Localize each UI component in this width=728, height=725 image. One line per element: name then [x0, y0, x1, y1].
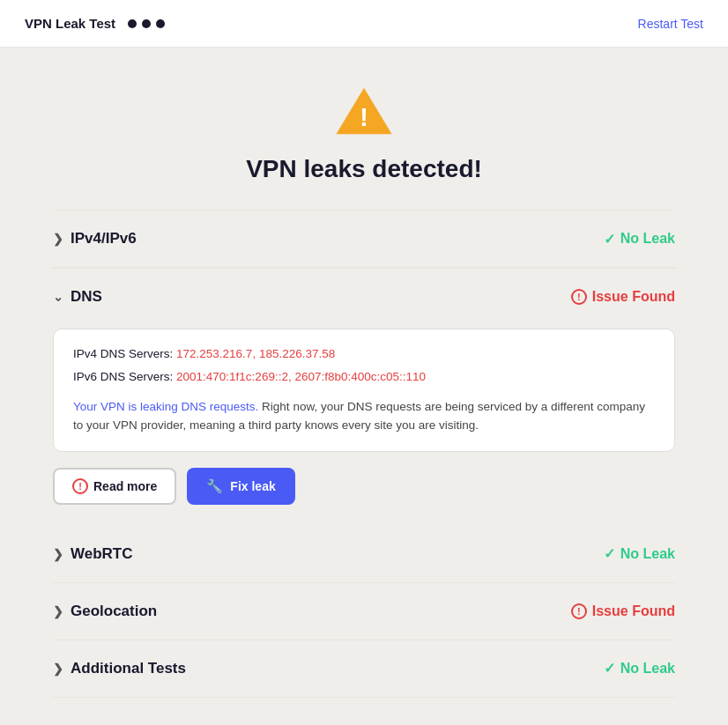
wrench-icon: 🔧: [206, 478, 223, 494]
webrtc-status: ✓ No Leak: [604, 545, 675, 562]
section-dns-wrapper: ⌄ DNS ! Issue Found IPv4 DNS Servers: 17…: [53, 268, 675, 526]
section-webrtc-label[interactable]: ❯ WebRTC: [53, 545, 133, 563]
dns-description: Your VPN is leaking DNS requests. Right …: [73, 397, 655, 435]
section-webrtc: ❯ WebRTC ✓ No Leak: [53, 526, 675, 583]
chevron-down-icon: ⌄: [53, 290, 63, 304]
section-additional-tests-label[interactable]: ❯ Additional Tests: [53, 660, 186, 677]
header: VPN Leak Test Restart Test: [0, 0, 728, 48]
section-dns: ⌄ DNS ! Issue Found: [53, 268, 675, 325]
check-icon-additional: ✓: [604, 660, 615, 677]
app-title: VPN Leak Test: [25, 16, 115, 31]
chevron-right-icon-geo: ❯: [53, 604, 63, 618]
section-geolocation: ❯ Geolocation ! Issue Found: [53, 583, 675, 640]
section-ipv4ipv6-label[interactable]: ❯ IPv4/IPv6: [53, 230, 137, 248]
warning-area: ! VPN leaks detected!: [53, 83, 675, 183]
chevron-right-icon-additional: ❯: [53, 662, 63, 676]
dns-info-box: IPv4 DNS Servers: 172.253.216.7, 185.226…: [53, 329, 675, 452]
ipv4ipv6-status: ✓ No Leak: [604, 231, 675, 248]
dns-ipv4-addrs: 172.253.216.7, 185.226.37.58: [176, 347, 335, 360]
info-icon: !: [72, 478, 88, 494]
loading-dots: [128, 19, 165, 28]
dns-expanded-content: IPv4 DNS Servers: 172.253.216.7, 185.226…: [53, 325, 675, 526]
alert-circle-geo-icon: !: [571, 603, 587, 619]
svg-text:!: !: [360, 102, 368, 131]
fix-leak-button[interactable]: 🔧 Fix leak: [187, 468, 294, 505]
check-icon-webrtc: ✓: [604, 545, 615, 562]
alert-circle-icon: !: [571, 289, 587, 305]
dns-ipv4-row: IPv4 DNS Servers: 172.253.216.7, 185.226…: [73, 345, 655, 363]
header-left: VPN Leak Test: [25, 16, 165, 31]
section-dns-label[interactable]: ⌄ DNS: [53, 288, 102, 306]
section-ipv4ipv6: ❯ IPv4/IPv6 ✓ No Leak: [53, 210, 675, 268]
geolocation-status: ! Issue Found: [571, 603, 675, 619]
warning-icon: !: [333, 83, 395, 139]
dot-3: [156, 19, 165, 28]
dns-action-buttons: ! Read more 🔧 Fix leak: [53, 468, 675, 505]
dns-ipv6-row: IPv6 DNS Servers: 2001:470:1f1c:269::2, …: [73, 368, 655, 386]
chevron-right-icon: ❯: [53, 232, 63, 246]
restart-test-button[interactable]: Restart Test: [638, 17, 703, 31]
main-content: ! VPN leaks detected! ❯ IPv4/IPv6 ✓ No L…: [0, 48, 728, 725]
chevron-right-icon-webrtc: ❯: [53, 547, 63, 561]
dns-ipv6-addrs: 2001:470:1f1c:269::2, 2607:f8b0:400c:c05…: [176, 370, 426, 383]
main-title: VPN leaks detected!: [246, 155, 482, 183]
additional-tests-status: ✓ No Leak: [604, 660, 675, 677]
dns-status: ! Issue Found: [571, 289, 675, 305]
sections-wrapper: ❯ IPv4/IPv6 ✓ No Leak ⌄ DNS ! Issue Foun…: [53, 210, 675, 698]
read-more-button[interactable]: ! Read more: [53, 468, 176, 505]
section-geolocation-label[interactable]: ❯ Geolocation: [53, 603, 157, 620]
dot-2: [142, 19, 151, 28]
check-icon: ✓: [604, 231, 615, 248]
dot-1: [128, 19, 137, 28]
section-additional-tests: ❯ Additional Tests ✓ No Leak: [53, 640, 675, 698]
